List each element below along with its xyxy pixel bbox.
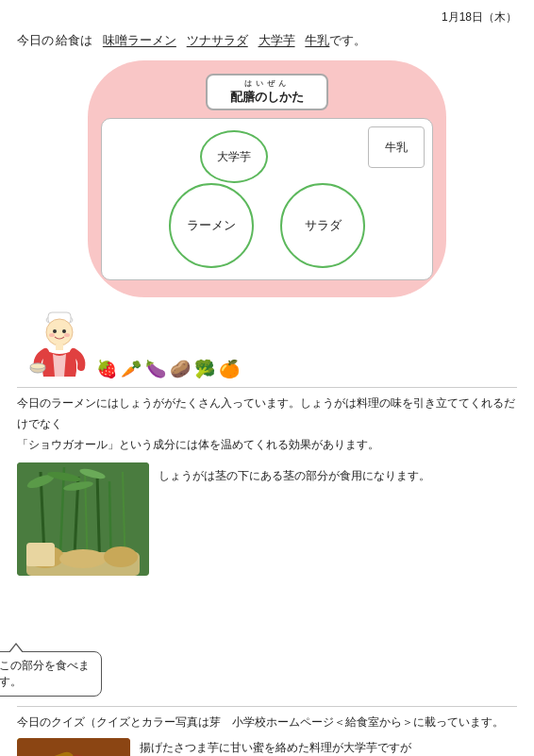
- tray-inner-white: 牛乳 大学芋 ラーメン サラダ: [101, 118, 433, 280]
- daigakuimo-photo: [17, 738, 130, 756]
- svg-point-6: [64, 333, 70, 337]
- tray-section: はいぜん 配膳のしかた 牛乳 大学芋: [17, 60, 517, 379]
- svg-point-5: [49, 333, 55, 337]
- chef-character: [26, 299, 92, 379]
- ginger-right-text: しょうがは茎の下にある茎の部分が食用になります。: [159, 462, 430, 487]
- quiz-header: 今日のクイズ（クイズとカラー写真は芽 小学校ホームページ＜給食室から＞に載ってい…: [17, 713, 517, 731]
- carrot-icon: 🥕: [121, 359, 142, 379]
- orange-icon: 🍊: [219, 359, 240, 379]
- pink-tray-outer: はいぜん 配膳のしかた 牛乳 大学芋: [88, 60, 446, 297]
- tray-inner-content: 大学芋 ラーメン サラダ: [111, 130, 423, 268]
- intro-ruby-shoku: 給食は 味噌ラーメン ツナサラダ 大学芋 牛乳です。: [56, 29, 366, 51]
- top-circle-row: 大学芋: [111, 130, 423, 183]
- ginger-caption: しょうがは茎の下にある茎の部分が食用になります。: [159, 469, 430, 482]
- intro-text-1: 今日の: [17, 29, 54, 51]
- quiz-body: 揚げたさつま芋に甘い蜜を絡めた料理が大学芋ですが どうして「大学芋」というのでし…: [17, 738, 517, 756]
- svg-rect-7: [56, 344, 63, 350]
- ginger-section: この部分を食べます。 しょうがは茎の下にある茎の部分が食用になります。: [17, 462, 517, 697]
- divider-2: [17, 706, 517, 707]
- daigakuimo-circle: 大学芋: [200, 130, 268, 183]
- eggplant-icon: 🍆: [145, 359, 166, 379]
- svg-point-2: [46, 319, 73, 345]
- tray-label-box: はいぜん 配膳のしかた: [206, 74, 328, 110]
- tray-label-wrapper: はいぜん 配膳のしかた: [101, 74, 433, 110]
- svg-point-25: [104, 546, 138, 567]
- svg-rect-26: [17, 738, 130, 756]
- char-veg-row: 🍓 🥕 🍆 🥔 🥦 🍊: [17, 299, 517, 379]
- svg-point-24: [59, 549, 107, 568]
- quiz-header-text: 今日のクイズ（クイズとカラー写真は芽 小学校ホームページ＜給食室から＞に載ってい…: [17, 715, 504, 729]
- tray-label-suffix: のしかた: [255, 90, 304, 104]
- svg-point-9: [30, 363, 45, 369]
- ginger-img-container: この部分を食べます。: [17, 462, 149, 697]
- divider-1: [17, 387, 517, 388]
- date-display: 1月18日（木）: [17, 9, 517, 25]
- speech-bubble-text: この部分を食べます。: [0, 659, 90, 688]
- svg-point-4: [62, 329, 66, 333]
- vegetable-row: 🍓 🥕 🍆 🥔 🥦 🍊: [96, 359, 240, 379]
- intro-line: 今日の 給食は 味噌ラーメン ツナサラダ 大学芋 牛乳です。: [17, 29, 517, 51]
- bottom-circles-row: ラーメン サラダ: [169, 183, 365, 268]
- body-text-ginger: 今日のラーメンにはしょうががたくさん入っています。しょうがは料理の味を引き立てて…: [17, 394, 517, 455]
- strawberry-icon: 🍓: [96, 359, 117, 379]
- tray-full: はいぜん 配膳のしかた 牛乳 大学芋: [17, 60, 517, 379]
- speech-bubble: この部分を食べます。: [0, 651, 102, 697]
- svg-point-23: [26, 546, 64, 568]
- quiz-text-block: 揚げたさつま芋に甘い蜜を絡めた料理が大学芋ですが どうして「大学芋」というのでし…: [140, 738, 411, 756]
- broccoli-icon: 🥦: [194, 359, 215, 379]
- tray-label-text: 配膳: [230, 90, 255, 104]
- ramen-circle: ラーメン: [169, 183, 254, 268]
- quiz-section: 今日のクイズ（クイズとカラー写真は芽 小学校ホームページ＜給食室から＞に載ってい…: [17, 713, 517, 756]
- tray-label-furigana: はいぜん: [225, 78, 309, 89]
- quiz-question-intro: 揚げたさつま芋に甘い蜜を絡めた料理が大学芋ですが: [140, 741, 411, 754]
- ginger-photo: [17, 462, 149, 576]
- svg-point-3: [53, 329, 57, 333]
- salad-circle: サラダ: [280, 183, 365, 268]
- potato-icon: 🥔: [170, 359, 191, 379]
